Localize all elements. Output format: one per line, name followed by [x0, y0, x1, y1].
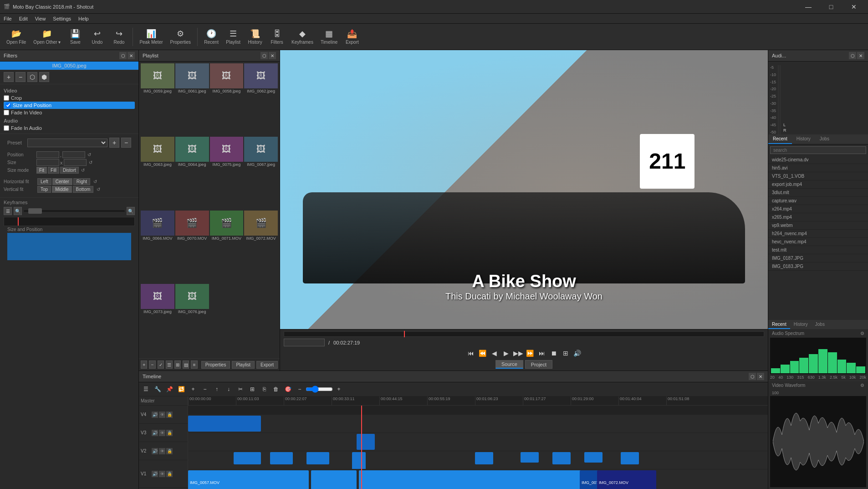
playlist-close-btn[interactable]: ✕	[269, 52, 276, 59]
volume-btn[interactable]: 🔊	[572, 348, 582, 358]
v4-clip-1[interactable]	[188, 416, 261, 432]
size-mode-distort[interactable]: Distort	[60, 167, 79, 174]
v3-clip-1[interactable]	[357, 434, 375, 450]
v1-clip-2[interactable]	[311, 470, 357, 489]
recent-item-11[interactable]: test.mlt	[768, 246, 868, 254]
v2-clip-8[interactable]	[584, 452, 602, 463]
h-fit-left[interactable]: Left	[37, 178, 51, 185]
v2-lock-btn[interactable]: 🔒	[166, 448, 173, 454]
export-button[interactable]: 📤 Export	[342, 26, 362, 48]
position-x-input[interactable]: -47	[36, 151, 59, 158]
filter-fade-in-audio-check[interactable]	[4, 125, 9, 131]
tl-group-btn[interactable]: ⊞	[247, 384, 257, 394]
size-h-input[interactable]: 1132	[64, 159, 87, 166]
goto-start-btn[interactable]: ⏮	[466, 348, 476, 358]
v2-clip-4[interactable]	[352, 452, 366, 469]
tl-menu-btn[interactable]: ☰	[141, 384, 151, 394]
recent-item-3[interactable]: export job.mp4	[768, 180, 868, 189]
kf-menu-btn[interactable]: ☰	[4, 207, 12, 215]
v4-lock-btn[interactable]: 🔒	[166, 412, 173, 418]
playlist-item-5[interactable]: 🖼 IMG_0064.jpeg	[175, 137, 209, 209]
menu-edit[interactable]: Edit	[15, 14, 31, 24]
kf-zoom-out-btn[interactable]: 🔍	[14, 207, 22, 215]
tl-add-track-btn[interactable]: +	[188, 384, 198, 394]
peak-meter-button[interactable]: 📊 Peak Meter	[137, 26, 165, 48]
recent-item-6[interactable]: x264.mp4	[768, 205, 868, 213]
tl-copy-btn[interactable]: ⎘	[259, 384, 269, 394]
filters-close-btn[interactable]: ✕	[128, 52, 135, 59]
recent-item-4[interactable]: 3dlut.mlt	[768, 189, 868, 197]
redo-button[interactable]: ↪ Redo	[109, 26, 129, 48]
v-fit-bottom[interactable]: Bottom	[73, 186, 94, 193]
filter-size-position-check[interactable]	[5, 103, 11, 108]
timeline-float-btn[interactable]: ⬡	[749, 373, 756, 380]
toggle-btn[interactable]: ⊞	[561, 348, 571, 358]
v1-audio-btn[interactable]: 🔊	[152, 471, 158, 477]
kf-zoom-handle[interactable]	[28, 208, 42, 214]
filter-crop[interactable]: Crop	[4, 94, 135, 102]
rb-jobs-tab[interactable]: Jobs	[812, 320, 828, 329]
filter-fade-in-video-check[interactable]	[4, 110, 9, 115]
recent-item-13[interactable]: IMG_0183.JPG	[768, 263, 868, 271]
preset-select[interactable]	[27, 139, 107, 147]
pl-list-btn[interactable]: ☰	[166, 360, 172, 369]
size-w-input[interactable]: 2013	[36, 159, 59, 166]
playlist-item-1[interactable]: 🖼 IMG_0061.jpeg	[175, 63, 209, 136]
h-fit-center[interactable]: Center	[52, 178, 72, 185]
pl-properties-btn[interactable]: Properties	[201, 361, 230, 369]
save-button[interactable]: 💾 Save	[65, 26, 85, 48]
recent-item-2[interactable]: VTS_01_1.VOB	[768, 172, 868, 180]
size-mode-fill[interactable]: Fill	[48, 167, 59, 174]
pl-grid-btn[interactable]: ⊞	[174, 360, 181, 369]
recent-item-9[interactable]: h264_nvenc.mp4	[768, 230, 868, 238]
tl-loop-btn[interactable]: 🔁	[176, 384, 186, 394]
h-fit-right[interactable]: Right	[73, 178, 90, 185]
v2-clip-9[interactable]	[621, 452, 639, 464]
kf-zoom-in-btn[interactable]: 🔍	[127, 207, 135, 215]
open-other-button[interactable]: 📁 Open Other ▾	[31, 26, 63, 48]
playlist-item-3[interactable]: 🖼 IMG_0062.jpeg	[244, 63, 278, 136]
playlist-item-11[interactable]: 🎬 IMG_0072.MOV	[244, 211, 278, 283]
recent-item-1[interactable]: hin5.avi	[768, 164, 868, 172]
tl-overwrite-btn[interactable]: ↓	[224, 384, 234, 394]
filter-fade-in-audio[interactable]: Fade In Audio	[4, 124, 135, 132]
stop-btn[interactable]: ⏹	[549, 348, 559, 358]
paste-filter-btn[interactable]: ⬢	[39, 72, 49, 82]
menu-help[interactable]: Help	[75, 14, 92, 24]
v2-clip-7[interactable]	[552, 452, 571, 464]
v2-eye-btn[interactable]: 👁	[159, 448, 165, 454]
pl-export-btn[interactable]: Export	[256, 361, 278, 369]
v2-clip-2[interactable]	[270, 452, 293, 464]
playlist-item-6[interactable]: 🖼 IMG_0075.jpeg	[210, 137, 244, 209]
tl-snap-btn[interactable]: 🔧	[153, 384, 163, 394]
timeline-close-btn[interactable]: ✕	[757, 373, 764, 380]
v4-eye-btn[interactable]: 👁	[159, 412, 165, 418]
recent-search-input[interactable]	[770, 146, 866, 154]
timeline-tracks[interactable]: 00:00:00:00 00:00:11:03 00:00:22:07 00:0…	[188, 396, 768, 489]
preview-timeline[interactable]	[284, 331, 764, 337]
menu-view[interactable]: View	[31, 14, 50, 24]
v1-clip-1[interactable]: IMG_0057.MOV	[188, 470, 309, 489]
prev-frame-btn[interactable]: ⏪	[478, 348, 488, 358]
spectrum-settings-btn[interactable]: ⚙	[860, 331, 864, 336]
v1-clip-mov072[interactable]: IMG_0072.MOV	[597, 470, 656, 489]
next-frame-btn[interactable]: ⏩	[525, 348, 535, 358]
menu-settings[interactable]: Settings	[49, 14, 75, 24]
preset-remove-btn[interactable]: −	[121, 138, 131, 148]
pl-check-btn[interactable]: ✓	[158, 360, 164, 369]
right-panel-close-btn[interactable]: ✕	[857, 52, 864, 59]
tl-zoom-in-btn[interactable]: +	[334, 384, 344, 394]
recent-item-7[interactable]: x265.mp4	[768, 213, 868, 221]
playlist-float-btn[interactable]: ⬡	[260, 52, 268, 59]
timecode-current-input[interactable]: 00:00:41:11	[284, 339, 325, 346]
menu-file[interactable]: File	[0, 14, 15, 24]
playlist-item-13[interactable]: 🖼 IMG_0076.jpeg	[175, 284, 209, 356]
copy-filter-btn[interactable]: ⬡	[27, 72, 37, 82]
right-panel-float-btn[interactable]: ⬡	[849, 52, 856, 59]
timeline-button[interactable]: ▦ Timeline	[318, 26, 340, 48]
history-tab[interactable]: History	[792, 134, 815, 144]
rb-recent-tab[interactable]: Recent	[768, 320, 790, 329]
v2-clip-1[interactable]	[234, 452, 261, 464]
source-btn[interactable]: Source	[495, 360, 523, 369]
properties-button[interactable]: ⚙ Properties	[168, 26, 194, 48]
